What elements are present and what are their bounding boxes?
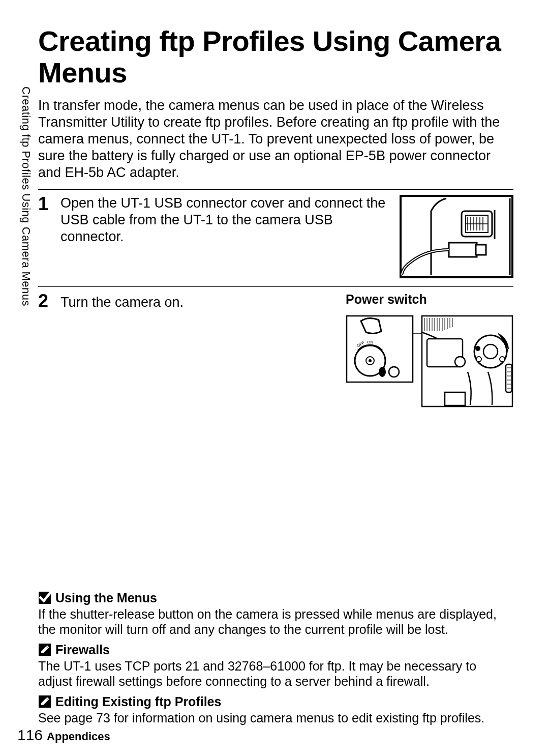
note-using-menus-title: Using the Menus [55,591,157,605]
svg-point-16 [369,359,372,362]
note-firewalls-body: The UT-1 uses TCP ports 21 and 32768–610… [38,658,513,689]
step-1: 1 Open the UT-1 USB connector cover and … [38,189,513,286]
step-1-number: 1 [38,195,53,280]
note-firewalls-title: Firewalls [55,643,110,657]
page-title: Creating ftp Profiles Using Camera Menus [38,25,513,88]
note-editing-profiles-body: See page 73 for information on using cam… [38,710,513,726]
svg-rect-12 [476,245,486,255]
svg-point-19 [379,367,386,377]
svg-point-41 [500,357,505,362]
svg-point-40 [475,346,480,351]
usb-connector-illustration [400,195,513,278]
page-footer: 116 Appendices [17,726,110,744]
step-2-number: 2 [38,292,53,410]
svg-point-38 [483,344,498,359]
footer-section-label: Appendices [47,730,110,743]
note-editing-profiles: Editing Existing ftp Profiles See page 7… [38,694,513,726]
svg-text:ON: ON [367,340,373,344]
note-firewalls: Firewalls The UT-1 uses TCP ports 21 and… [38,643,513,689]
svg-rect-11 [449,243,477,257]
note-using-menus: Using the Menus If the shutter-release b… [38,591,513,637]
step-1-text: Open the UT-1 USB connector cover and co… [60,195,389,280]
notes-section: Using the Menus If the shutter-release b… [38,591,513,731]
svg-point-39 [476,357,481,362]
power-switch-label: Power switch [346,292,513,307]
side-section-label: Creating ftp Profiles Using Camera Menus [19,86,33,306]
pencil-box-icon [38,643,51,656]
step-2: 2 Turn the camera on. Power switch OFF [38,286,513,416]
check-box-icon [38,591,51,604]
svg-point-43 [455,357,465,367]
page-number: 116 [17,726,43,744]
power-switch-illustration: OFF ON [346,311,513,408]
pencil-box-icon [38,695,51,708]
note-editing-profiles-title: Editing Existing ftp Profiles [55,694,221,709]
step-1-figure [400,195,513,280]
note-using-menus-body: If the shutter-release button on the cam… [38,606,513,637]
svg-point-20 [389,367,399,377]
intro-paragraph: In transfer mode, the camera menus can b… [38,97,513,181]
step-2-text: Turn the camera on. [60,292,336,311]
svg-rect-51 [445,392,465,405]
